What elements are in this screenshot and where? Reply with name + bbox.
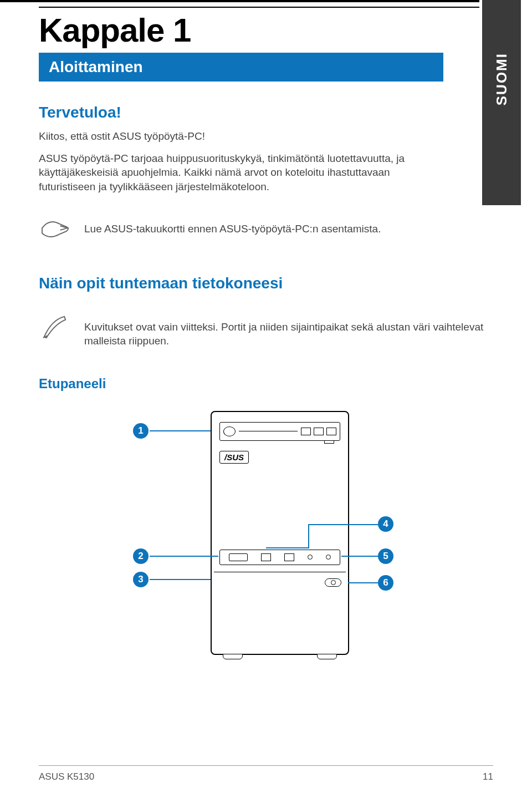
section-heading: Näin opit tuntemaan tietokoneesi: [39, 275, 493, 292]
bluray-icon: [301, 428, 311, 435]
hand-point-icon: [39, 216, 71, 244]
optical-drive-bay: [219, 422, 340, 441]
front-panel-heading: Etupaneeli: [39, 376, 493, 392]
callout-4: 4: [378, 516, 393, 532]
usb-port-icon: [284, 553, 294, 561]
chapter-subtitle: Aloittaminen: [39, 53, 443, 82]
front-io-panel: [219, 550, 340, 565]
callout-4-line: [308, 524, 378, 525]
panel-divider: [214, 572, 346, 572]
note-illustration: Kuvitukset ovat vain viitteksi. Portit j…: [39, 314, 493, 348]
footer-model: ASUS K5130: [39, 771, 94, 782]
front-panel-diagram: /SUS 1 2 3 4 5 6: [39, 411, 460, 672]
callout-4-line: [266, 547, 308, 548]
disc-icon: [223, 426, 236, 436]
asus-logo: /SUS: [219, 451, 249, 464]
callout-1-line: [150, 430, 211, 431]
welcome-heading: Tervetuloa!: [39, 104, 493, 121]
tower-foot: [223, 654, 243, 659]
pc-tower: /SUS: [211, 411, 349, 655]
callout-3-line: [150, 579, 211, 580]
callout-2-line: [150, 556, 218, 557]
page-footer: ASUS K5130 11: [39, 765, 493, 782]
power-button: [325, 578, 341, 587]
callout-6: 6: [378, 575, 393, 591]
audio-jack-icon: [308, 555, 313, 560]
note-warranty-text: Lue ASUS-takuukortti ennen ASUS-työpöytä…: [84, 216, 381, 236]
callout-5: 5: [378, 548, 393, 564]
welcome-line1: Kiitos, että ostit ASUS työpöytä-PC!: [39, 129, 438, 144]
eject-button: [324, 440, 334, 444]
callout-5-line: [341, 556, 378, 557]
usb-port-icon: [261, 553, 271, 561]
note-warranty: Lue ASUS-takuukortti ennen ASUS-työpöytä…: [39, 216, 493, 244]
tower-foot: [317, 654, 337, 659]
callout-2: 2: [133, 548, 149, 564]
drive-tray-line: [239, 431, 298, 431]
audio-jack-icon: [326, 555, 331, 560]
page-top-rule: [0, 0, 479, 2]
callout-1: 1: [133, 423, 149, 439]
note-illustration-text: Kuvitukset ovat vain viitteksi. Portit j…: [84, 314, 493, 348]
chapter-title: Kappale 1: [39, 11, 493, 49]
card-reader-slot: [229, 553, 248, 561]
welcome-paragraph: ASUS työpöytä-PC tarjoaa huippusuoritusk…: [39, 151, 438, 194]
page-inner-rule: [39, 7, 479, 8]
callout-3: 3: [133, 572, 149, 587]
cd-icon: [326, 428, 336, 435]
callout-6-line: [348, 582, 378, 583]
callout-4-line: [308, 524, 309, 548]
dvd-icon: [314, 428, 324, 435]
feather-pen-icon: [39, 314, 71, 342]
drive-format-icons: [301, 428, 336, 435]
footer-page-number: 11: [483, 771, 493, 782]
